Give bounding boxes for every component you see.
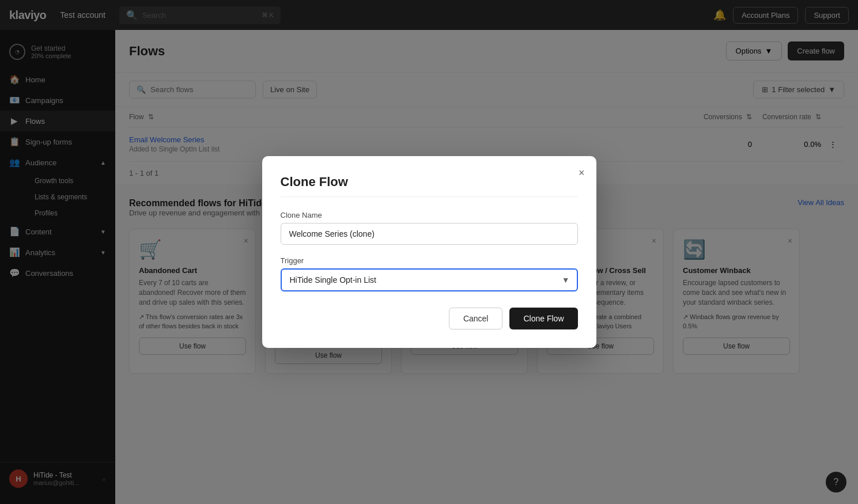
trigger-select[interactable]: HiTide Single Opt-in ListOther List xyxy=(281,268,578,291)
cancel-button[interactable]: Cancel xyxy=(449,308,503,329)
clone-name-group: Clone Name xyxy=(281,211,578,245)
modal-title: Clone Flow xyxy=(281,175,578,190)
modal-actions: Cancel Clone Flow xyxy=(281,308,578,329)
clone-name-label: Clone Name xyxy=(281,211,578,219)
modal-close-button[interactable]: × xyxy=(579,168,585,178)
clone-name-input[interactable] xyxy=(281,223,578,245)
trigger-label: Trigger xyxy=(281,256,578,265)
modal-overlay[interactable]: Clone Flow × Clone Name Trigger HiTide S… xyxy=(0,0,858,504)
modal-divider xyxy=(281,196,578,197)
trigger-select-wrapper: HiTide Single Opt-in ListOther List ▼ xyxy=(281,268,578,291)
clone-flow-button[interactable]: Clone Flow xyxy=(509,308,577,329)
clone-flow-modal: Clone Flow × Clone Name Trigger HiTide S… xyxy=(262,156,596,348)
trigger-group: Trigger HiTide Single Opt-in ListOther L… xyxy=(281,256,578,291)
